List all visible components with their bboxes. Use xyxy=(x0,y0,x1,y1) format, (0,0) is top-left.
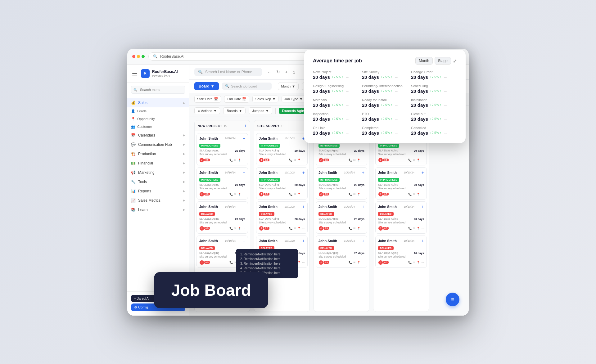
home-btn[interactable]: ⌂ xyxy=(291,68,296,76)
map-action-icon[interactable]: 📍 xyxy=(417,227,420,230)
hamburger-btn[interactable] xyxy=(131,70,138,77)
phone-action-icon[interactable]: 📞 xyxy=(408,193,412,196)
card-1-0[interactable]: John Smith 10/10/24 + IN PROGRESS SLA Da… xyxy=(256,133,308,165)
phone-action-icon[interactable]: 📞 xyxy=(408,227,412,230)
phone-action-icon[interactable]: 📞 xyxy=(349,261,352,264)
more-action-icon[interactable]: ⋯ xyxy=(362,193,364,196)
more-action-icon[interactable]: ⋯ xyxy=(362,261,364,264)
more-action-icon[interactable]: ⋯ xyxy=(421,193,424,196)
card-add-btn[interactable]: + xyxy=(302,238,305,243)
mail-action-icon[interactable]: ✉ xyxy=(413,159,415,162)
phone-action-icon[interactable]: 📞 xyxy=(349,193,352,196)
more-action-icon[interactable]: ⋯ xyxy=(302,159,305,162)
more-action-icon[interactable]: ⋯ xyxy=(421,227,424,230)
map-action-icon[interactable]: 📍 xyxy=(357,261,360,264)
sidebar-item-leads[interactable]: 👤Leads xyxy=(127,107,189,115)
map-action-icon[interactable]: 📍 xyxy=(238,193,241,196)
card-add-btn[interactable]: + xyxy=(302,204,305,209)
more-action-icon[interactable]: ⋯ xyxy=(421,261,424,264)
forward-plus-btn[interactable]: + xyxy=(284,68,289,76)
more-action-icon[interactable]: ⋯ xyxy=(362,159,364,162)
sidebar-item-marketing[interactable]: 📢 Marketing ▶ xyxy=(127,168,189,177)
mail-action-icon[interactable]: ✉ xyxy=(413,261,415,264)
mail-action-icon[interactable]: ✉ xyxy=(353,193,356,196)
card-3-1[interactable]: John Smith 10/10/24 + IN PROGRESS SLA Da… xyxy=(375,167,427,200)
card-1-1[interactable]: John Smith 10/10/24 + IN PROGRESS SLA Da… xyxy=(256,167,308,200)
mail-action-icon[interactable]: ✉ xyxy=(413,193,415,196)
sales-rep-filter[interactable]: Sales Rep ▼ xyxy=(252,96,278,102)
more-action-icon[interactable]: ⋯ xyxy=(302,193,305,196)
sidebar-item-communication[interactable]: 💬 Communication Hub ▶ xyxy=(127,140,189,149)
start-date-filter[interactable]: Start Date 📅 xyxy=(194,96,221,103)
map-action-icon[interactable]: 📍 xyxy=(417,193,420,196)
mail-action-icon[interactable]: ✉ xyxy=(294,159,296,162)
mail-action-icon[interactable]: ✉ xyxy=(353,159,356,162)
sidebar-search-input[interactable] xyxy=(131,86,185,94)
fab-menu-btn[interactable]: ≡ xyxy=(446,293,459,306)
sidebar-item-reports[interactable]: 📊 Reports ▶ xyxy=(127,186,189,196)
phone-action-icon[interactable]: 📞 xyxy=(289,227,292,230)
card-add-btn[interactable]: + xyxy=(422,238,424,243)
avg-expand-btn[interactable]: ⤢ xyxy=(453,58,457,64)
phone-action-icon[interactable]: 📞 xyxy=(349,227,352,230)
refresh-btn[interactable]: ↻ xyxy=(275,68,281,76)
card-add-btn[interactable]: + xyxy=(243,170,245,175)
phone-action-icon[interactable]: 📞 xyxy=(229,261,233,264)
mail-action-icon[interactable]: ✉ xyxy=(294,193,296,196)
sidebar-item-financial[interactable]: 💵 Financial ▶ xyxy=(127,159,189,168)
card-2-2[interactable]: John Smith 10/10/24 + DELAYED SLA Days A… xyxy=(316,201,367,234)
board-button[interactable]: Board ▼ xyxy=(194,82,219,90)
sidebar-item-production[interactable]: 🏗️ Production ▶ xyxy=(127,149,189,159)
sidebar-item-sales[interactable]: 💰 Sales ▲ xyxy=(127,98,189,107)
sidebar-item-customer[interactable]: 👥Customer xyxy=(127,123,189,131)
map-action-icon[interactable]: 📍 xyxy=(238,227,241,230)
jump-to-btn[interactable]: Jump to ▼ xyxy=(249,107,272,114)
more-action-icon[interactable]: ⋯ xyxy=(421,159,424,162)
phone-action-icon[interactable]: 📞 xyxy=(349,159,352,162)
card-add-btn[interactable]: + xyxy=(243,136,245,141)
end-date-filter[interactable]: End Date 📅 xyxy=(224,96,250,103)
mail-action-icon[interactable]: ✉ xyxy=(413,227,415,230)
mail-action-icon[interactable]: ✉ xyxy=(294,227,296,230)
map-action-icon[interactable]: 📍 xyxy=(357,193,360,196)
mail-action-icon[interactable]: ✉ xyxy=(234,227,237,230)
card-add-btn[interactable]: + xyxy=(243,204,245,209)
more-action-icon[interactable]: ⋯ xyxy=(242,227,245,230)
map-action-icon[interactable]: 📍 xyxy=(357,227,360,230)
card-0-0[interactable]: John Smith 10/10/24 + IN PROGRESS SLA Da… xyxy=(196,133,248,165)
avg-month-pill[interactable]: Month xyxy=(415,57,432,65)
card-add-btn[interactable]: + xyxy=(302,170,305,175)
job-type-filter[interactable]: Job Type ▼ xyxy=(282,96,305,102)
phone-action-icon[interactable]: 📞 xyxy=(229,159,233,162)
phone-action-icon[interactable]: 📞 xyxy=(229,193,233,196)
mail-action-icon[interactable]: ✉ xyxy=(234,159,237,162)
card-add-btn[interactable]: + xyxy=(362,170,364,175)
card-0-2[interactable]: John Smith 10/10/24 + DELAYED SLA Days A… xyxy=(196,201,248,234)
card-2-3[interactable]: John Smith 10/10/24 + DELAYED SLA Days A… xyxy=(316,236,367,268)
map-action-icon[interactable]: 📍 xyxy=(417,261,420,264)
more-action-icon[interactable]: ⋯ xyxy=(242,159,245,162)
job-search[interactable]: 🔍 Search job board xyxy=(222,83,272,90)
card-add-btn[interactable]: + xyxy=(362,238,364,243)
mail-action-icon[interactable]: ✉ xyxy=(234,193,237,196)
more-action-icon[interactable]: ⋯ xyxy=(242,193,245,196)
mail-action-icon[interactable]: ✉ xyxy=(353,227,356,230)
sidebar-item-sales_metrics[interactable]: 📈 Sales Metrics ▶ xyxy=(127,196,189,205)
column-add-btn-0[interactable]: + xyxy=(244,123,247,128)
card-add-btn[interactable]: + xyxy=(362,204,364,209)
map-action-icon[interactable]: 📍 xyxy=(297,227,301,230)
phone-action-icon[interactable]: 📞 xyxy=(408,261,412,264)
map-action-icon[interactable]: 📍 xyxy=(357,159,360,162)
avg-stage-pill[interactable]: Stage xyxy=(435,57,451,65)
card-0-1[interactable]: John Smith 10/10/24 + IN PROGRESS SLA Da… xyxy=(196,167,248,200)
phone-action-icon[interactable]: 📞 xyxy=(289,193,292,196)
map-action-icon[interactable]: 📍 xyxy=(417,159,420,162)
card-add-btn[interactable]: + xyxy=(243,238,245,243)
actions-dropdown[interactable]: ≡ Actions ▼ xyxy=(194,107,220,114)
sidebar-item-learn[interactable]: 📚 Learn ▶ xyxy=(127,205,189,214)
month-selector[interactable]: Month ▼ xyxy=(278,83,299,90)
boards-dropdown[interactable]: Boards ▼ xyxy=(223,107,246,114)
sidebar-item-opportunity[interactable]: 📍Opportunity xyxy=(127,115,189,123)
more-action-icon[interactable]: ⋯ xyxy=(302,227,305,230)
map-action-icon[interactable]: 📍 xyxy=(238,159,241,162)
